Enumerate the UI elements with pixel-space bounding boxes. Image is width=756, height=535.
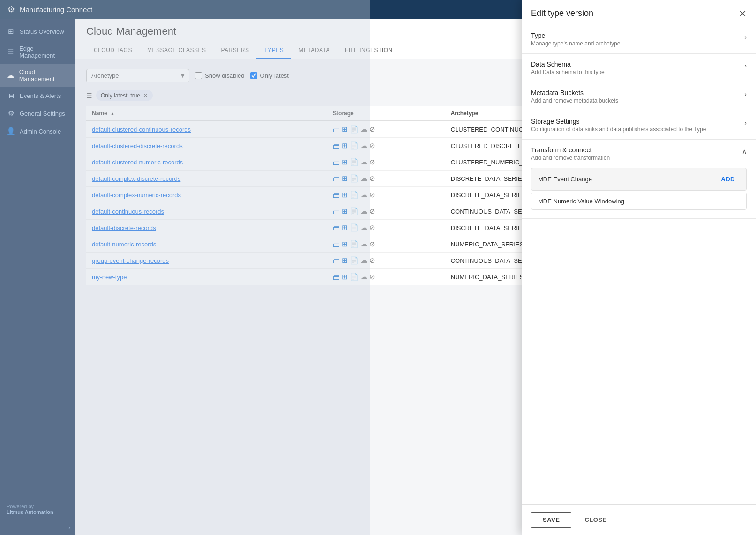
only-latest-checkbox-label[interactable]: Only latest <box>250 72 289 79</box>
storage-icons: 🗃 ⊞ 📄 ☁ ⊘ <box>333 240 440 248</box>
transform-label-mde-numeric-windowing: MDE Numeric Value Windowing <box>538 198 624 205</box>
accordion-data-schema-sub: Add Data schema to this type <box>531 69 605 75</box>
close-button[interactable]: CLOSE <box>577 512 614 528</box>
type-name-link[interactable]: group-event-change-records <box>92 257 169 264</box>
sidebar-item-label: Events & Alerts <box>20 92 61 99</box>
type-name-link[interactable]: default-clustered-continuous-records <box>92 126 191 133</box>
tab-parsers[interactable]: PARSERS <box>213 42 256 59</box>
sidebar-item-cloud-management[interactable]: ☁ Cloud Management <box>0 64 75 87</box>
transform-row-mde-event-change[interactable]: MDE Event Change ADD <box>531 168 747 191</box>
grid-icon: ⊞ <box>342 256 348 265</box>
sidebar-item-admin-console[interactable]: 👤 Admin Console <box>0 122 75 140</box>
doc-icon: 📄 <box>350 273 359 281</box>
save-button[interactable]: SAVE <box>531 512 571 528</box>
tab-file-ingestion[interactable]: FILE INGESTION <box>337 42 400 59</box>
type-name-link[interactable]: default-complex-numeric-records <box>92 192 181 199</box>
storage-icons: 🗃 ⊞ 📄 ☁ ⊘ <box>333 141 440 150</box>
db-icon: 🗃 <box>333 175 340 183</box>
cloud-icon: ☁ <box>360 141 367 150</box>
accordion-transform-connect-header[interactable]: Transform & connect Add and remove trans… <box>522 140 756 168</box>
sidebar-footer: Powered by Litmus Automation <box>0 498 75 520</box>
name-sort-icon[interactable]: ▲ <box>110 111 115 116</box>
accordion-metadata-buckets-header[interactable]: Metadata Buckets Add and remove metadata… <box>522 82 756 111</box>
storage-icons: 🗃 ⊞ 📄 ☁ ⊘ <box>333 256 440 265</box>
status-overview-icon: ⊞ <box>7 27 15 36</box>
storage-icons: 🗃 ⊞ 📄 ☁ ⊘ <box>333 273 440 281</box>
cell-storage: 🗃 ⊞ 📄 ☁ ⊘ <box>327 171 445 187</box>
accordion-type-chevron: › <box>744 33 747 41</box>
db-icon: 🗃 <box>333 240 340 248</box>
cell-name: default-discrete-records <box>86 220 327 236</box>
warn-icon: ⊘ <box>369 207 375 215</box>
type-name-link[interactable]: default-discrete-records <box>92 224 156 231</box>
db-icon: 🗃 <box>333 142 340 150</box>
cloud-management-icon: ☁ <box>7 71 15 80</box>
overlay-panel: Edit type version ✕ Type Manage type's n… <box>522 0 756 535</box>
only-latest-label: Only latest <box>260 72 289 79</box>
cell-storage: 🗃 ⊞ 📄 ☁ ⊘ <box>327 138 445 154</box>
sidebar-item-events-alerts[interactable]: 🖥 Events & Alerts <box>0 87 75 104</box>
cell-name: group-event-change-records <box>86 253 327 269</box>
events-alerts-icon: 🖥 <box>7 92 15 100</box>
filter-chip-close[interactable]: ✕ <box>143 92 148 99</box>
overlay-close-button[interactable]: ✕ <box>739 9 747 18</box>
add-transform-button[interactable]: ADD <box>716 173 740 186</box>
doc-icon: 📄 <box>350 240 359 248</box>
accordion-transform-title: Transform & connect <box>531 146 610 154</box>
grid-icon: ⊞ <box>342 273 348 281</box>
cloud-icon: ☁ <box>360 158 367 166</box>
accordion-metadata-buckets-chevron: › <box>744 90 747 98</box>
accordion-storage-settings-title: Storage Settings <box>531 118 706 125</box>
db-icon: 🗃 <box>333 208 340 215</box>
sidebar-item-general-settings[interactable]: ⚙ General Settings <box>0 104 75 122</box>
cell-name: default-complex-discrete-records <box>86 171 327 187</box>
tab-metadata[interactable]: METADATA <box>291 42 337 59</box>
cell-storage: 🗃 ⊞ 📄 ☁ ⊘ <box>327 220 445 236</box>
sidebar-item-status-overview[interactable]: ⊞ Status Overview <box>0 22 75 40</box>
type-name-link[interactable]: my-new-type <box>92 274 127 281</box>
accordion-transform-connect: Transform & connect Add and remove trans… <box>522 140 756 219</box>
cloud-icon: ☁ <box>360 125 367 134</box>
sidebar-collapse-button[interactable]: ‹ <box>0 520 75 535</box>
db-icon: 🗃 <box>333 257 340 265</box>
filter-icon[interactable]: ☰ <box>86 92 92 99</box>
cell-name: default-clustered-numeric-records <box>86 154 327 171</box>
doc-icon: 📄 <box>350 207 359 215</box>
type-name-link[interactable]: default-numeric-records <box>92 241 156 248</box>
type-name-link[interactable]: default-clustered-discrete-records <box>92 142 183 149</box>
sidebar-item-label: Admin Console <box>20 128 61 135</box>
col-header-name: Name ▲ <box>86 106 327 121</box>
accordion-storage-settings-header[interactable]: Storage Settings Configuration of data s… <box>522 111 756 139</box>
tab-message-classes[interactable]: MESSAGE CLASSES <box>140 42 214 59</box>
cell-storage: 🗃 ⊞ 📄 ☁ ⊘ <box>327 121 445 138</box>
type-name-link[interactable]: default-continuous-records <box>92 208 164 215</box>
type-name-link[interactable]: default-complex-discrete-records <box>92 175 180 182</box>
tab-cloud-tags[interactable]: CLOUD TAGS <box>86 42 140 59</box>
warn-icon: ⊘ <box>369 125 375 134</box>
only-latest-checkbox[interactable] <box>250 72 257 79</box>
accordion-data-schema-title: Data Schema <box>531 60 605 68</box>
show-disabled-checkbox[interactable] <box>195 72 202 79</box>
cell-storage: 🗃 ⊞ 📄 ☁ ⊘ <box>327 236 445 253</box>
sidebar-item-edge-management[interactable]: ☰ Edge Management <box>0 40 75 64</box>
archetype-select[interactable]: Archetype <box>86 69 189 82</box>
cell-name: default-complex-numeric-records <box>86 187 327 203</box>
accordion-type-header[interactable]: Type Manage type's name and archetype › <box>522 25 756 53</box>
accordion-data-schema-header[interactable]: Data Schema Add Data schema to this type… <box>522 54 756 82</box>
cell-name: default-continuous-records <box>86 203 327 220</box>
transform-row-mde-numeric-windowing[interactable]: MDE Numeric Value Windowing <box>531 193 747 210</box>
cell-storage: 🗃 ⊞ 📄 ☁ ⊘ <box>327 253 445 269</box>
type-name-link[interactable]: default-clustered-numeric-records <box>92 159 183 166</box>
grid-icon: ⊞ <box>342 223 348 232</box>
show-disabled-checkbox-label[interactable]: Show disabled <box>195 72 245 79</box>
overlay-title: Edit type version <box>531 8 593 18</box>
grid-icon: ⊞ <box>342 174 348 183</box>
accordion-type-title: Type <box>531 32 620 39</box>
app-name: Manufacturing Connect <box>20 6 92 14</box>
transform-label-mde-event-change: MDE Event Change <box>538 176 592 183</box>
cell-storage: 🗃 ⊞ 📄 ☁ ⊘ <box>327 154 445 171</box>
doc-icon: 📄 <box>350 174 359 183</box>
tab-types[interactable]: TYPES <box>256 42 291 59</box>
archetype-select-wrap[interactable]: Archetype ▼ <box>86 69 189 82</box>
sidebar: ⊞ Status Overview ☰ Edge Management ☁ Cl… <box>0 19 75 535</box>
